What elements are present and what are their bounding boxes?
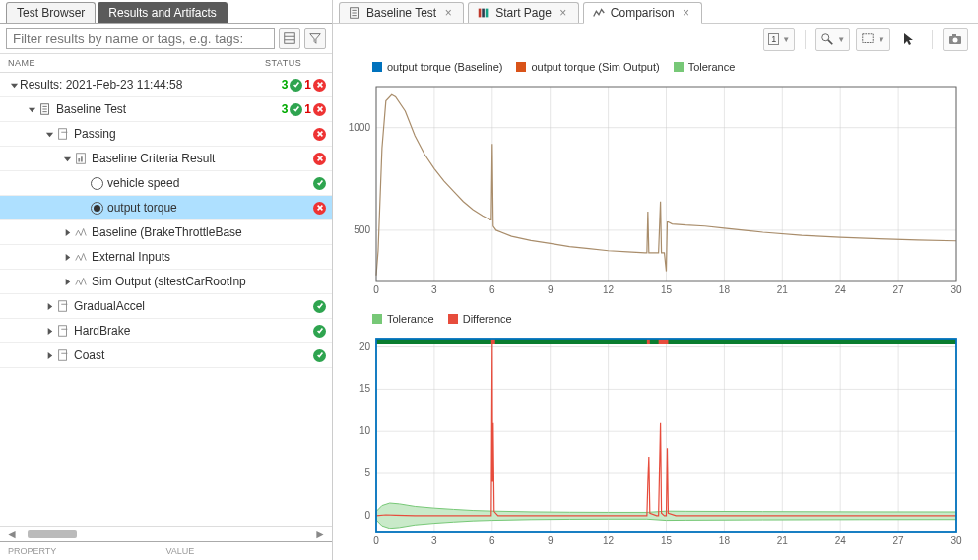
tree-label: Baseline Test <box>56 102 126 116</box>
pointer-button[interactable] <box>896 28 922 51</box>
svg-text:27: 27 <box>893 284 905 295</box>
twisty-icon[interactable] <box>61 276 73 287</box>
tab-test-browser[interactable]: Test Browser <box>6 2 96 23</box>
svg-rect-11 <box>81 156 83 161</box>
status-cell <box>267 177 326 190</box>
svg-text:12: 12 <box>603 535 615 546</box>
close-icon[interactable]: × <box>441 6 455 20</box>
tree-label: Sim Output (sltestCarRootInp <box>92 275 246 288</box>
svg-rect-0 <box>285 33 295 44</box>
chart-bottom[interactable]: 03691215182124273005101520 <box>343 333 964 552</box>
tree-row[interactable]: Sim Output (sltestCarRootInp <box>0 270 332 294</box>
tree-row[interactable]: Coast <box>0 343 332 368</box>
filter-input[interactable] <box>6 28 275 49</box>
details-view-button[interactable] <box>279 28 300 49</box>
svg-rect-16 <box>58 350 66 361</box>
tree-label: Passing <box>74 127 116 141</box>
editor-tab[interactable]: Baseline Test× <box>339 2 464 23</box>
svg-text:0: 0 <box>373 535 379 546</box>
tree-row[interactable]: Passing <box>0 122 332 147</box>
svg-text:15: 15 <box>359 383 371 394</box>
tree-label: vehicle speed <box>107 176 179 190</box>
svg-text:18: 18 <box>719 284 731 295</box>
layout-button[interactable]: 1▼ <box>763 28 795 51</box>
svg-text:30: 30 <box>950 284 962 295</box>
twisty-icon[interactable] <box>61 226 73 238</box>
status-cell: 31 <box>267 78 326 92</box>
tab-label: Comparison <box>611 6 675 20</box>
left-panel: Test Browser Results and Artifacts NAME … <box>0 0 333 560</box>
tree-row[interactable]: vehicle speed <box>0 171 332 196</box>
svg-point-29 <box>953 38 958 43</box>
doc-icon <box>348 6 361 20</box>
tree-row[interactable]: output torque <box>0 196 332 220</box>
svg-text:21: 21 <box>777 535 789 546</box>
tree-row[interactable]: Baseline (BrakeThrottleBase <box>0 220 332 245</box>
passbox-icon <box>55 348 70 363</box>
twisty-icon[interactable] <box>61 153 73 164</box>
cursor-button[interactable]: ▼ <box>856 28 890 51</box>
svg-text:500: 500 <box>354 224 370 235</box>
tree-label: HardBrake <box>74 324 130 338</box>
close-icon[interactable]: × <box>680 6 693 20</box>
snapshot-button[interactable] <box>943 28 968 51</box>
tree-label: Baseline (BrakeThrottleBase <box>92 225 242 239</box>
comparison-charts: output torque (Baseline)output torque (S… <box>333 55 978 560</box>
column-header-name: NAME <box>8 58 265 68</box>
chart-top[interactable]: 0369121518212427305001000 <box>343 81 964 301</box>
left-panel-tabs: Test Browser Results and Artifacts <box>0 0 332 24</box>
twisty-icon <box>79 177 91 189</box>
svg-rect-22 <box>479 9 482 18</box>
passbox-icon <box>55 324 70 339</box>
tree-row[interactable]: Baseline Test31 <box>0 97 332 122</box>
signal-icon <box>73 275 88 289</box>
filter-funnel-button[interactable] <box>304 28 326 49</box>
tree-row[interactable]: GradualAccel <box>0 294 332 319</box>
svg-text:20: 20 <box>359 342 371 352</box>
legend-item: output torque (Baseline) <box>372 61 502 73</box>
legend-item: output torque (Sim Output) <box>516 61 659 73</box>
chart-toolbar: 1▼ ▼ ▼ <box>333 24 978 55</box>
signal-radio[interactable] <box>91 177 103 190</box>
svg-text:6: 6 <box>489 284 495 295</box>
chartdoc-icon <box>73 152 88 166</box>
column-header-value: VALUE <box>166 546 325 556</box>
zoom-button[interactable]: ▼ <box>815 28 850 51</box>
svg-line-26 <box>828 40 832 44</box>
twisty-icon[interactable] <box>61 251 73 263</box>
svg-text:21: 21 <box>777 284 789 295</box>
signal-icon <box>73 250 88 265</box>
status-cell: 31 <box>267 102 326 116</box>
editor-tab[interactable]: Start Page× <box>468 2 579 23</box>
twisty-icon[interactable] <box>43 300 55 312</box>
svg-rect-23 <box>482 9 485 18</box>
passbox-icon <box>55 127 70 142</box>
twisty-icon[interactable] <box>43 325 55 337</box>
doc-icon <box>37 102 52 117</box>
right-panel: Baseline Test×Start Page×Comparison× 1▼ … <box>333 0 978 560</box>
status-cell <box>267 153 326 165</box>
svg-rect-24 <box>486 9 489 18</box>
svg-text:5: 5 <box>364 467 370 478</box>
twisty-icon[interactable] <box>8 79 20 91</box>
tree-row[interactable]: HardBrake <box>0 319 332 343</box>
tab-results-artifacts[interactable]: Results and Artifacts <box>98 2 227 23</box>
tree-row[interactable]: Results: 2021-Feb-23 11:44:5831 <box>0 73 332 97</box>
signal-radio[interactable] <box>91 202 103 215</box>
editor-tabs: Baseline Test×Start Page×Comparison× <box>333 0 978 24</box>
svg-rect-30 <box>952 34 956 36</box>
svg-text:24: 24 <box>835 284 847 295</box>
tree-label: External Inputs <box>92 250 170 264</box>
editor-tab[interactable]: Comparison× <box>583 2 702 24</box>
twisty-icon[interactable] <box>43 128 55 140</box>
close-icon[interactable]: × <box>556 6 570 20</box>
status-cell <box>267 202 326 215</box>
tree-row[interactable]: External Inputs <box>0 245 332 270</box>
horizontal-scrollbar[interactable]: ◄► <box>0 526 332 541</box>
svg-text:15: 15 <box>661 535 673 546</box>
results-tree[interactable]: Results: 2021-Feb-23 11:44:5831Baseline … <box>0 73 332 526</box>
twisty-icon[interactable] <box>26 103 37 115</box>
twisty-icon[interactable] <box>43 349 55 361</box>
tree-row[interactable]: Baseline Criteria Result <box>0 147 332 171</box>
svg-text:10: 10 <box>359 425 371 436</box>
